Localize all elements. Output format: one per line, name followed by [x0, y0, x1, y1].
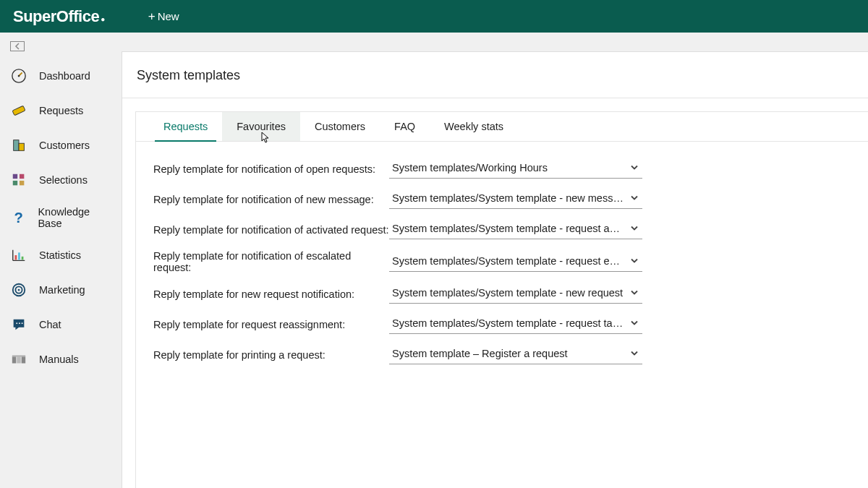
chevron-down-icon [629, 255, 639, 267]
grid-icon [10, 171, 27, 189]
sidebar-item-label: Knowledge Base [38, 206, 111, 229]
select-value: System templates/System template - new m… [392, 192, 625, 204]
gauge-icon [10, 67, 27, 85]
chevron-down-icon [629, 223, 639, 236]
tab-favourites[interactable]: Favourites [222, 112, 300, 141]
form-rows: Reply template for notification of open … [136, 142, 868, 364]
select-value: System template – Register a request [392, 348, 568, 359]
tab-requests[interactable]: Requests [149, 112, 222, 141]
template-select[interactable]: System templates/Working Hours [389, 159, 642, 179]
form-row: Reply template for notification of new m… [153, 189, 868, 209]
main-panel: System templates RequestsFavouritesCusto… [122, 51, 868, 488]
form-row: Reply template for notification of escal… [153, 250, 868, 273]
form-label: Reply template for notification of open … [153, 163, 389, 175]
app-logo: SuperOffice● [13, 7, 105, 26]
svg-rect-8 [13, 181, 17, 185]
building-icon [10, 137, 27, 154]
sidebar-item-marketing[interactable]: Marketing [0, 273, 122, 307]
svg-rect-3 [12, 106, 25, 116]
svg-point-17 [16, 322, 17, 324]
content-box: RequestsFavouritesCustomersFAQWeekly sta… [135, 111, 868, 488]
svg-rect-13 [22, 257, 24, 260]
page-title: System templates [122, 52, 868, 98]
sidebar-item-label: Chat [39, 319, 61, 330]
ticket-icon [10, 102, 27, 119]
form-row: Reply template for notification of activ… [153, 220, 868, 239]
form-label: Reply template for new request notificat… [153, 288, 389, 300]
template-select[interactable]: System templates/System template - new r… [389, 284, 642, 304]
svg-rect-11 [15, 255, 17, 260]
svg-point-18 [19, 322, 20, 324]
tab-weekly-stats[interactable]: Weekly stats [430, 112, 518, 141]
select-value: System templates/System template - reque… [392, 317, 625, 329]
chevron-down-icon [629, 318, 639, 330]
sidebar-item-label: Requests [39, 105, 83, 116]
svg-rect-6 [13, 174, 17, 179]
form-row: Reply template for notification of open … [153, 159, 868, 179]
template-select[interactable]: System template – Register a request [389, 345, 642, 364]
chevron-down-icon [629, 193, 639, 205]
sidebar-item-knowledge-base[interactable]: ?Knowledge Base [0, 197, 122, 238]
svg-rect-22 [22, 356, 25, 363]
select-value: System templates/System template - new r… [392, 287, 623, 299]
sidebar-item-label: Statistics [39, 249, 81, 261]
svg-rect-4 [14, 140, 19, 151]
tab-faq[interactable]: FAQ [380, 112, 430, 141]
chart-icon [10, 247, 27, 264]
plus-icon: + [148, 9, 156, 24]
form-label: Reply template for notification of new m… [153, 194, 389, 205]
chevron-down-icon [629, 348, 639, 361]
question-icon: ? [10, 209, 26, 226]
sidebar-item-requests[interactable]: Requests [0, 93, 122, 128]
select-value: System templates/System template - reque… [392, 223, 625, 234]
sidebar-item-label: Dashboard [39, 70, 90, 82]
svg-rect-5 [19, 143, 24, 150]
manuals-icon [10, 351, 27, 368]
svg-rect-0 [11, 42, 25, 51]
svg-rect-20 [12, 356, 17, 363]
chevron-down-icon [629, 163, 639, 175]
sidebar-item-customers[interactable]: Customers [0, 128, 122, 163]
form-label: Reply template for notification of escal… [153, 250, 389, 273]
sidebar-item-selections[interactable]: Selections [0, 163, 122, 197]
sidebar-collapse-toggle[interactable] [0, 38, 122, 59]
sidebar-item-statistics[interactable]: Statistics [0, 238, 122, 273]
svg-rect-23 [12, 356, 25, 357]
sidebar-item-manuals[interactable]: Manuals [0, 342, 122, 377]
template-select[interactable]: System templates/System template - reque… [389, 220, 642, 239]
svg-point-16 [18, 289, 20, 291]
template-select[interactable]: System templates/System template - reque… [389, 314, 642, 334]
tabs: RequestsFavouritesCustomersFAQWeekly sta… [136, 112, 868, 142]
svg-point-19 [22, 322, 23, 324]
form-label: Reply template for notification of activ… [153, 224, 389, 236]
sidebar-item-chat[interactable]: Chat [0, 307, 122, 342]
sidebar-item-label: Selections [39, 174, 88, 186]
form-label: Reply template for printing a request: [153, 349, 389, 361]
sidebar: DashboardRequestsCustomersSelections?Kno… [0, 33, 122, 488]
sidebar-item-label: Customers [39, 140, 90, 151]
form-row: Reply template for request reassignment:… [153, 314, 868, 334]
svg-text:?: ? [14, 210, 23, 226]
form-row: Reply template for new request notificat… [153, 284, 868, 304]
sidebar-item-label: Manuals [39, 354, 79, 365]
chat-icon [10, 316, 27, 333]
select-value: System templates/Working Hours [392, 162, 548, 174]
target-icon [10, 281, 27, 299]
svg-rect-9 [20, 181, 24, 185]
top-bar: SuperOffice● + New [0, 0, 868, 33]
svg-rect-21 [17, 356, 21, 363]
sidebar-item-dashboard[interactable]: Dashboard [0, 59, 122, 93]
form-label: Reply template for request reassignment: [153, 319, 389, 330]
form-row: Reply template for printing a request:Sy… [153, 345, 868, 364]
template-select[interactable]: System templates/System template - new m… [389, 189, 642, 209]
svg-rect-12 [18, 252, 20, 260]
chevron-down-icon [629, 288, 639, 300]
new-button[interactable]: + New [148, 9, 179, 24]
svg-point-2 [18, 75, 20, 77]
template-select[interactable]: System templates/System template - reque… [389, 252, 642, 272]
select-value: System templates/System template - reque… [392, 255, 625, 267]
sidebar-item-label: Marketing [39, 284, 85, 296]
svg-rect-7 [20, 174, 24, 179]
tab-customers[interactable]: Customers [300, 112, 380, 141]
